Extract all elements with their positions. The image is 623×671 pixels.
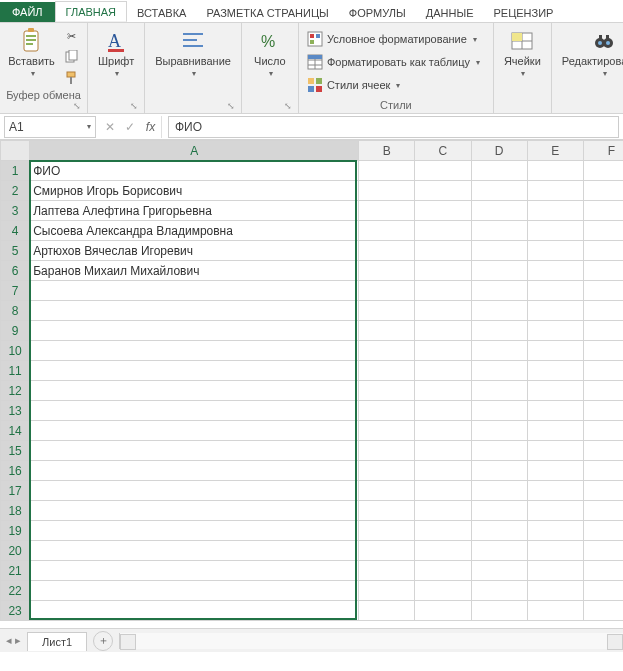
cell[interactable] <box>583 281 623 301</box>
row-header[interactable]: 1 <box>1 161 30 181</box>
horizontal-scrollbar[interactable] <box>119 633 623 649</box>
tab-file[interactable]: ФАЙЛ <box>0 2 55 22</box>
cell[interactable] <box>471 201 527 221</box>
cell-styles-button[interactable]: Стили ячеек ▾ <box>305 76 482 94</box>
row-header[interactable]: 2 <box>1 181 30 201</box>
cells-button[interactable]: Ячейки ▾ <box>500 27 545 80</box>
cell[interactable] <box>471 341 527 361</box>
cell[interactable] <box>359 361 415 381</box>
cell[interactable]: Смирнов Игорь Борисович <box>30 181 359 201</box>
cell[interactable] <box>527 421 583 441</box>
cell[interactable] <box>583 481 623 501</box>
cell[interactable] <box>583 301 623 321</box>
cell[interactable] <box>471 421 527 441</box>
cell[interactable] <box>415 241 471 261</box>
cell[interactable] <box>471 221 527 241</box>
cell[interactable] <box>359 601 415 621</box>
cell[interactable] <box>471 541 527 561</box>
cell[interactable] <box>471 361 527 381</box>
dialog-launcher-icon[interactable]: ⤡ <box>227 101 235 111</box>
column-header[interactable]: E <box>527 141 583 161</box>
cell[interactable] <box>471 601 527 621</box>
cell[interactable] <box>30 561 359 581</box>
cell[interactable] <box>527 561 583 581</box>
cell[interactable] <box>415 161 471 181</box>
font-button[interactable]: A Шрифт ▾ <box>94 27 138 80</box>
cell[interactable] <box>527 521 583 541</box>
cell[interactable] <box>359 381 415 401</box>
format-painter-button[interactable] <box>61 69 81 87</box>
row-header[interactable]: 5 <box>1 241 30 261</box>
cell[interactable] <box>415 441 471 461</box>
column-header[interactable]: C <box>415 141 471 161</box>
cell[interactable] <box>359 281 415 301</box>
cell[interactable] <box>415 401 471 421</box>
alignment-button[interactable]: Выравнивание ▾ <box>151 27 235 80</box>
dialog-launcher-icon[interactable]: ⤡ <box>73 101 81 111</box>
cell[interactable] <box>583 521 623 541</box>
accept-formula-button[interactable]: ✓ <box>120 120 140 134</box>
cell[interactable] <box>527 281 583 301</box>
select-all-corner[interactable] <box>1 141 30 161</box>
row-header[interactable]: 11 <box>1 361 30 381</box>
cell[interactable] <box>415 381 471 401</box>
cell[interactable] <box>583 461 623 481</box>
cell[interactable] <box>583 581 623 601</box>
row-header[interactable]: 12 <box>1 381 30 401</box>
format-as-table-button[interactable]: Форматировать как таблицу ▾ <box>305 53 482 71</box>
cell[interactable] <box>471 521 527 541</box>
cell[interactable] <box>359 501 415 521</box>
cell[interactable] <box>359 401 415 421</box>
cell[interactable] <box>527 181 583 201</box>
cell[interactable] <box>583 161 623 181</box>
cell[interactable] <box>527 401 583 421</box>
dialog-launcher-icon[interactable]: ⤡ <box>130 101 138 111</box>
cell[interactable] <box>471 441 527 461</box>
row-header[interactable]: 14 <box>1 421 30 441</box>
tab-review[interactable]: РЕЦЕНЗИР <box>483 3 563 22</box>
tab-formulas[interactable]: ФОРМУЛЫ <box>339 3 416 22</box>
cell[interactable] <box>415 541 471 561</box>
cell[interactable] <box>30 341 359 361</box>
cell[interactable] <box>527 481 583 501</box>
cell[interactable] <box>527 161 583 181</box>
cut-button[interactable]: ✂ <box>61 27 81 45</box>
cell[interactable] <box>527 541 583 561</box>
cell[interactable] <box>30 401 359 421</box>
cell[interactable] <box>471 381 527 401</box>
cell[interactable] <box>415 421 471 441</box>
tab-insert[interactable]: ВСТАВКА <box>127 3 196 22</box>
cell[interactable] <box>359 341 415 361</box>
cell[interactable] <box>415 601 471 621</box>
editing-button[interactable]: Редактирование ▾ <box>558 27 623 80</box>
cell[interactable] <box>527 361 583 381</box>
cell[interactable] <box>471 321 527 341</box>
cell[interactable] <box>583 321 623 341</box>
row-header[interactable]: 13 <box>1 401 30 421</box>
cell[interactable] <box>527 601 583 621</box>
cell[interactable] <box>30 361 359 381</box>
dialog-launcher-icon[interactable]: ⤡ <box>284 101 292 111</box>
cell[interactable] <box>30 381 359 401</box>
row-header[interactable]: 8 <box>1 301 30 321</box>
cell[interactable] <box>415 301 471 321</box>
cell[interactable] <box>583 341 623 361</box>
column-header[interactable]: A <box>30 141 359 161</box>
cell[interactable] <box>471 301 527 321</box>
cell[interactable]: Артюхов Вячеслав Игоревич <box>30 241 359 261</box>
row-header[interactable]: 10 <box>1 341 30 361</box>
cell[interactable] <box>527 261 583 281</box>
cell[interactable] <box>359 561 415 581</box>
cell[interactable] <box>527 241 583 261</box>
tab-page-layout[interactable]: РАЗМЕТКА СТРАНИЦЫ <box>196 3 338 22</box>
cell[interactable] <box>527 501 583 521</box>
sheet-nav[interactable]: ◂ ▸ <box>0 634 27 647</box>
cell[interactable] <box>527 221 583 241</box>
copy-button[interactable] <box>61 48 81 66</box>
row-header[interactable]: 21 <box>1 561 30 581</box>
number-button[interactable]: % Число ▾ <box>248 27 292 80</box>
cell[interactable] <box>415 181 471 201</box>
add-sheet-button[interactable]: ＋ <box>93 631 113 651</box>
cell[interactable] <box>583 601 623 621</box>
column-header[interactable]: F <box>583 141 623 161</box>
